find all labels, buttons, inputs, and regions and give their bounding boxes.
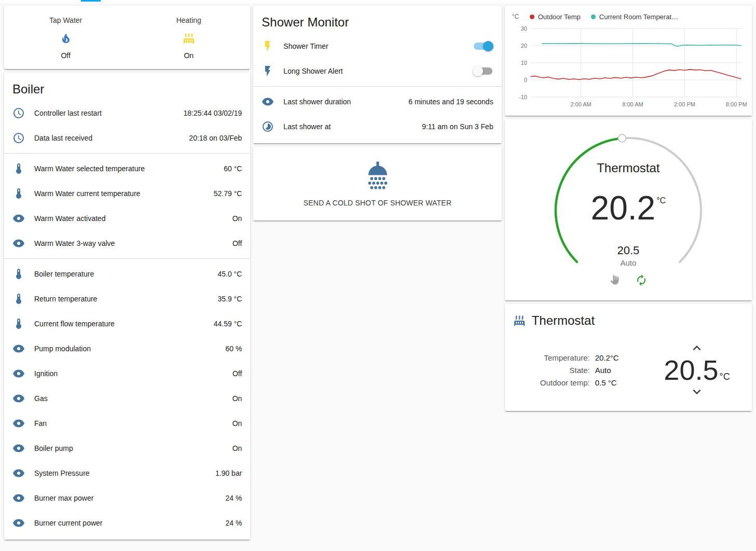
divider: [4, 153, 250, 154]
eye-icon: [12, 517, 25, 529]
info-row-temperature: Temperature: 20.2°C: [513, 353, 650, 362]
row-boiler-temperature[interactable]: Boiler temperature 45.0 °C: [4, 261, 250, 286]
row-fan[interactable]: Fan On: [4, 411, 250, 436]
glance-item-tap-water[interactable]: Tap Water Off: [4, 16, 127, 60]
row-label: Return temperature: [34, 295, 217, 303]
divider: [253, 86, 501, 87]
row-value: 52.79 °C: [214, 189, 242, 198]
clock-icon: [12, 132, 25, 144]
chevron-down-icon[interactable]: [689, 384, 705, 400]
svg-text:2:00 PM: 2:00 PM: [674, 101, 695, 107]
thermometer-icon: [12, 162, 25, 175]
legend-label: Outdoor Temp: [538, 13, 581, 21]
row-current-flow-temperature[interactable]: Current flow temperature 44.59 °C: [4, 311, 250, 336]
chart-unit-label: °C: [512, 13, 530, 20]
radiator-icon: [513, 314, 526, 327]
svg-text:8:00 AM: 8:00 AM: [622, 101, 643, 107]
row-value: 20:18 on 03/Feb: [189, 134, 242, 142]
row-value: On: [232, 444, 242, 452]
row-shower-timer[interactable]: Shower Timer: [253, 34, 501, 59]
row-value: On: [232, 394, 242, 403]
row-value: 44.59 °C: [214, 320, 242, 328]
hand-icon[interactable]: [609, 274, 622, 286]
info-value: 0.5 °C: [595, 378, 617, 387]
dial-mode-label: Auto: [505, 258, 752, 267]
tap-water-heating-card: Tap Water Off Heating On: [4, 6, 250, 69]
row-burner-max-power[interactable]: Burner max power 24 %: [4, 486, 250, 511]
row-value: 45.0 °C: [217, 270, 242, 278]
eye-icon: [12, 442, 25, 454]
radiator-icon: [183, 32, 195, 45]
thermometer-icon: [12, 293, 25, 305]
row-label: Current flow temperature: [34, 320, 214, 328]
eye-icon: [12, 342, 25, 355]
row-value: 1.90 bar: [215, 469, 242, 477]
row-warm-water-3-way-valve[interactable]: Warm Water 3-way valve Off: [4, 231, 250, 256]
eye-icon: [12, 392, 25, 405]
svg-text:10: 10: [520, 60, 527, 66]
row-last-shower-at[interactable]: Last shower at 9:11 am on Sun 3 Feb: [253, 114, 501, 139]
legend-item-outdoor-temp: Outdoor Temp: [530, 13, 581, 21]
eye-icon: [12, 467, 25, 479]
row-label: Data last received: [34, 134, 189, 142]
eye-icon: [12, 367, 25, 380]
row-system-pressure[interactable]: System Pressure 1.90 bar: [4, 461, 250, 486]
legend-dot: [530, 15, 534, 19]
row-controller-last-restart[interactable]: Controller last restart 18:25:44 03/02/1…: [4, 101, 250, 126]
row-label: Last shower duration: [283, 98, 408, 106]
eye-icon: [12, 212, 25, 225]
shower-monitor-title: Shower Monitor: [253, 6, 501, 33]
history-graph-card: °C Outdoor Temp Current Room Temperat… 3…: [505, 6, 752, 116]
row-value: Off: [232, 369, 242, 378]
row-warm-water-activated[interactable]: Warm Water activated On: [4, 206, 250, 231]
app-header-strip: [0, 0, 756, 3]
fire-icon: [60, 32, 72, 45]
row-value: 18:25:44 03/02/19: [183, 109, 242, 117]
glance-state: On: [127, 51, 250, 60]
eye-icon: [12, 417, 25, 430]
cold-shot-button[interactable]: SEND A COLD SHOT OF SHOWER WATER: [253, 147, 501, 221]
row-label: Fan: [34, 419, 232, 428]
long-shower-alert-toggle[interactable]: [473, 66, 493, 76]
info-label: State:: [513, 366, 590, 375]
flash-icon: [262, 65, 274, 77]
row-label: Last shower at: [283, 122, 422, 131]
dial-current-unit: °C: [656, 196, 666, 205]
row-long-shower-alert[interactable]: Long Shower Alert: [253, 59, 501, 84]
row-data-last-received[interactable]: Data last received 20:18 on 03/Feb: [4, 126, 250, 150]
row-label: Boiler pump: [34, 444, 232, 452]
row-return-temperature[interactable]: Return temperature 35.9 °C: [4, 286, 250, 311]
setpoint-unit: °C: [719, 371, 730, 382]
row-warm-water-selected-temperature[interactable]: Warm Water selected temperature 60 °C: [4, 156, 250, 181]
row-value: 24 %: [225, 519, 242, 527]
row-ignition[interactable]: Ignition Off: [4, 361, 250, 386]
row-label: Controller last restart: [34, 109, 183, 117]
row-value: On: [232, 214, 242, 223]
shower-timer-toggle[interactable]: [473, 41, 493, 51]
thermometer-icon: [12, 318, 25, 330]
row-boiler-pump[interactable]: Boiler pump On: [4, 436, 250, 461]
active-tab-indicator: [81, 0, 101, 2]
row-last-shower-duration[interactable]: Last shower duration 6 minutes and 19 se…: [253, 89, 501, 114]
row-burner-current-power[interactable]: Burner current power 24 %: [4, 511, 250, 535]
dial-mode-buttons: [505, 274, 752, 286]
row-label: Pump modulation: [34, 345, 225, 353]
thermometer-icon: [12, 187, 25, 200]
shower-head-icon: [362, 160, 394, 192]
row-gas[interactable]: Gas On: [4, 386, 250, 411]
row-warm-water-current-temperature[interactable]: Warm Water current temperature 52.79 °C: [4, 181, 250, 206]
glance-item-heating[interactable]: Heating On: [127, 16, 250, 60]
boiler-card-title: Boiler: [4, 73, 250, 100]
svg-text:20: 20: [520, 43, 527, 49]
legend-item-current-room-temperature: Current Room Temperat…: [591, 13, 678, 21]
autorenew-icon[interactable]: [635, 274, 648, 286]
row-label: Warm Water 3-way valve: [34, 239, 232, 247]
chevron-up-icon[interactable]: [689, 340, 705, 356]
row-value: 60 %: [225, 345, 242, 353]
row-value: 6 minutes and 19 seconds: [408, 98, 493, 106]
timelapse-icon: [262, 120, 274, 133]
row-label: Long Shower Alert: [283, 67, 472, 75]
eye-icon: [12, 237, 25, 250]
eye-icon: [12, 492, 25, 504]
row-pump-modulation[interactable]: Pump modulation 60 %: [4, 336, 250, 361]
